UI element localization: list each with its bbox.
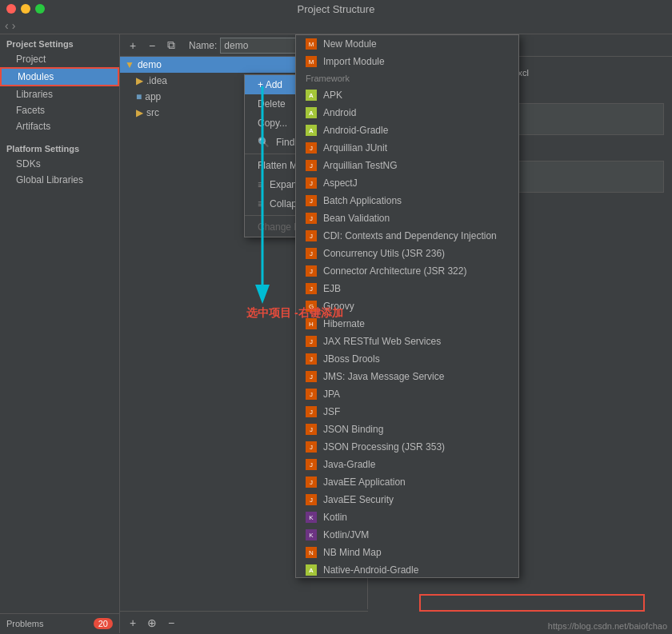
kotlin-jvm-label: Kotlin/JVM — [323, 529, 369, 540]
sidebar-item-facets[interactable]: Facets — [0, 102, 119, 118]
native-android-icon: A — [306, 564, 317, 576]
sub-menu-item-jpa[interactable]: J JPA — [296, 385, 518, 403]
sidebar-item-global-libraries[interactable]: Global Libraries — [0, 172, 119, 188]
tree-item-demo-label: demo — [138, 59, 162, 70]
arquillian-testng-icon: J — [306, 160, 317, 171]
jsf-icon: J — [306, 406, 317, 417]
sub-menu-framework[interactable]: M New Module M Import Module Framework A… — [295, 34, 519, 578]
delete-label: Delete — [258, 98, 286, 110]
jpa-icon: J — [306, 389, 317, 400]
android-icon: A — [306, 107, 317, 118]
sub-menu-item-android[interactable]: A Android — [296, 104, 518, 122]
sub-menu-item-javaee-app[interactable]: J JavaEE Application — [296, 473, 518, 491]
hibernate-label: Hibernate — [323, 318, 365, 329]
sub-menu-item-javaee-security[interactable]: J JavaEE Security — [296, 491, 518, 508]
sub-menu-item-kotlin-jvm[interactable]: K Kotlin/JVM — [296, 526, 518, 544]
tree-item-app-label: app — [145, 91, 161, 102]
json-binding-icon: J — [306, 424, 317, 435]
forward-arrow[interactable]: › — [12, 19, 16, 32]
problems-bar[interactable]: Problems 20 — [0, 613, 119, 633]
close-button[interactable] — [6, 4, 16, 14]
batch-label: Batch Applications — [323, 195, 402, 206]
maximize-button[interactable] — [35, 4, 45, 14]
nb-label: NB Mind Map — [323, 547, 382, 558]
sub-menu-item-arquillian-junit[interactable]: J Arquillian JUnit — [296, 139, 518, 157]
sub-menu-item-apk[interactable]: A APK — [296, 86, 518, 104]
sub-menu-item-aspectj[interactable]: J AspectJ — [296, 174, 518, 192]
json-proc-label: JSON Processing (JSR 353) — [323, 441, 445, 453]
sidebar-item-sdks[interactable]: SDKs — [0, 156, 119, 172]
problems-label: Problems — [6, 619, 43, 628]
sidebar-item-modules[interactable]: Modules — [0, 67, 119, 86]
back-arrow[interactable]: ‹ — [5, 19, 9, 32]
main-layout: Project Settings Project Modules Librari… — [0, 34, 672, 633]
groovy-icon: G — [306, 301, 317, 312]
kotlin-jvm-icon: K — [306, 529, 317, 540]
minimize-button[interactable] — [21, 4, 30, 14]
jsf-label: JSF — [323, 406, 340, 417]
sub-menu-item-import-module[interactable]: M Import Module — [296, 53, 518, 70]
arquillian-junit-icon: J — [306, 142, 317, 154]
sub-menu-item-connector[interactable]: J Connector Architecture (JSR 322) — [296, 262, 518, 280]
sidebar: Project Settings Project Modules Librari… — [0, 34, 120, 633]
sub-menu-item-jsf[interactable]: J JSF — [296, 403, 518, 421]
sub-menu-item-nb-mind-map[interactable]: N NB Mind Map — [296, 544, 518, 561]
nav-bar: ‹ › — [0, 18, 672, 34]
add-label: + Add — [258, 79, 282, 90]
project-settings-title: Project Settings — [0, 34, 119, 51]
sub-menu-item-ejb[interactable]: J EJB — [296, 280, 518, 297]
find-icon: 🔍 — [258, 137, 270, 148]
sidebar-item-libraries[interactable]: Libraries — [0, 86, 119, 102]
tree-item-src-label: src — [146, 107, 159, 118]
sidebar-item-artifacts[interactable]: Artifacts — [0, 118, 119, 134]
groovy-label: Groovy — [323, 301, 354, 312]
connector-icon: J — [306, 265, 317, 277]
sub-menu-item-jms[interactable]: J JMS: Java Message Service — [296, 368, 518, 385]
sub-menu-item-jboss[interactable]: J JBoss Drools — [296, 350, 518, 368]
sub-menu-item-batch[interactable]: J Batch Applications — [296, 192, 518, 209]
sub-menu-item-java-gradle[interactable]: J Java-Gradle — [296, 456, 518, 473]
add-module-button[interactable]: + — [125, 38, 141, 54]
sub-menu-item-groovy[interactable]: G Groovy — [296, 297, 518, 315]
concurrency-label: Concurrency Utils (JSR 236) — [323, 248, 445, 259]
window-controls — [6, 4, 45, 14]
arquillian-testng-label: Arquillian TestNG — [323, 160, 397, 171]
sub-menu-item-kotlin[interactable]: K Kotlin — [296, 508, 518, 526]
bean-label: Bean Validation — [323, 213, 390, 224]
tree-add2-button[interactable]: ⊕ — [144, 615, 160, 631]
apk-icon: A — [306, 90, 317, 101]
sub-menu-item-jax-rest[interactable]: J JAX RESTful Web Services — [296, 333, 518, 350]
java-gradle-icon: J — [306, 459, 317, 470]
platform-settings-section: Platform Settings SDKs Global Libraries — [0, 139, 119, 188]
sidebar-item-project[interactable]: Project — [0, 51, 119, 67]
sub-menu-item-hibernate[interactable]: H Hibernate — [296, 315, 518, 333]
jms-label: JMS: Java Message Service — [323, 371, 444, 382]
tree-bottom-toolbar: + ⊕ − — [120, 611, 368, 633]
new-module-label: New Module — [323, 38, 377, 50]
sub-menu-item-arquillian-testng[interactable]: J Arquillian TestNG — [296, 157, 518, 174]
import-module-icon: M — [306, 56, 317, 67]
sub-menu-item-concurrency[interactable]: J Concurrency Utils (JSR 236) — [296, 245, 518, 262]
sub-menu-item-native-android[interactable]: A Native-Android-Gradle — [296, 561, 518, 578]
sub-menu-item-bean-validation[interactable]: J Bean Validation — [296, 209, 518, 227]
aspectj-icon: J — [306, 177, 317, 189]
tree-remove-button[interactable]: − — [163, 615, 179, 631]
sub-menu-item-json-binding[interactable]: J JSON Binding — [296, 421, 518, 438]
javaee-app-icon: J — [306, 476, 317, 488]
kotlin-label: Kotlin — [323, 512, 347, 523]
ejb-label: EJB — [323, 283, 341, 294]
cdi-label: CDI: Contexts and Dependency Injection — [323, 230, 497, 241]
remove-module-button[interactable]: − — [144, 38, 160, 54]
sub-menu-item-json-processing[interactable]: J JSON Processing (JSR 353) — [296, 438, 518, 456]
sub-menu-item-new-module[interactable]: M New Module — [296, 35, 518, 53]
jpa-label: JPA — [323, 389, 340, 400]
folder-icon: ▼ — [125, 59, 134, 70]
javaee-sec-label: JavaEE Security — [323, 494, 394, 505]
apk-label: APK — [323, 90, 342, 101]
tree-add-button[interactable]: + — [125, 615, 141, 631]
copy-label: Copy... — [258, 118, 287, 129]
sub-menu-item-cdi[interactable]: J CDI: Contexts and Dependency Injection — [296, 227, 518, 245]
json-binding-label: JSON Binding — [323, 424, 383, 435]
copy-module-button[interactable]: ⧉ — [163, 38, 179, 54]
sub-menu-item-android-gradle[interactable]: A Android-Gradle — [296, 122, 518, 139]
